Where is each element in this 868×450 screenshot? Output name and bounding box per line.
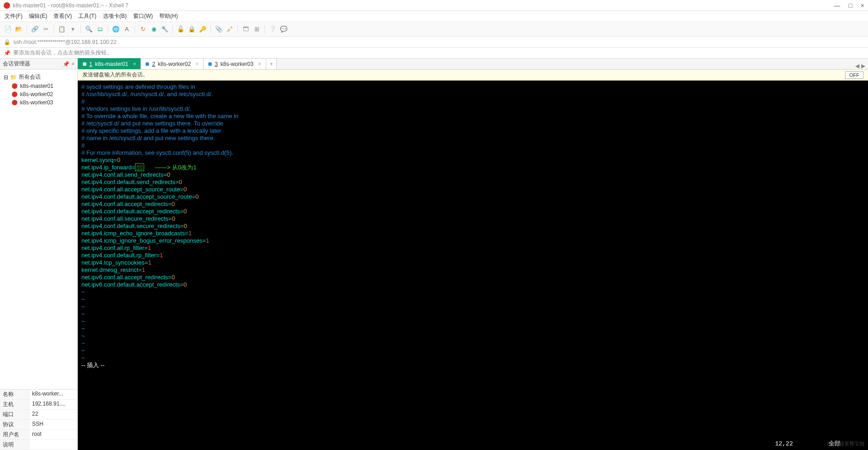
term-val: 0 [172, 201, 175, 207]
term-val: 0 [179, 179, 182, 185]
sidebar-pin-icon[interactable]: 📌 [63, 61, 70, 67]
menu-tab[interactable]: 选项卡(B) [103, 12, 127, 20]
prop-desc-val [29, 440, 77, 450]
maximize-button[interactable]: □ [848, 2, 852, 9]
lock-open-icon[interactable]: 🔓 [177, 25, 185, 33]
prop-host-val: 192.168.91.... [29, 400, 77, 409]
hint-text: 要添加当前会话，点击左侧的箭头按钮。 [13, 49, 112, 57]
term-line: # sysctl settings are defined through fi… [81, 83, 195, 90]
compose-icon[interactable]: 🗔 [242, 25, 250, 33]
tab-number: 3 [215, 61, 218, 67]
term-key: net.ipv4.conf.all.secure_redirects [81, 215, 168, 222]
help-icon[interactable]: ❔ [269, 25, 277, 33]
script-icon[interactable]: ◉ [150, 25, 158, 33]
refresh-icon[interactable]: ↻ [139, 25, 147, 33]
term-val: 0 [195, 193, 199, 200]
tab-indicator-icon [83, 62, 86, 66]
tab-nav: ◀ ▶ [852, 63, 868, 69]
term-val: 0 [184, 222, 187, 229]
menu-window[interactable]: 窗口(W) [133, 12, 153, 20]
properties-icon[interactable]: 🗂 [96, 25, 104, 33]
menu-help[interactable]: 帮助(H) [159, 12, 178, 20]
tab-master01[interactable]: 1 k8s-master01 × [78, 58, 141, 69]
prop-user-val: root [29, 430, 77, 439]
broadcast-off-button[interactable]: OFF [845, 71, 863, 79]
tree-root[interactable]: ⊟ 📁 所有会话 [2, 72, 75, 82]
search-icon[interactable]: 🔍 [85, 25, 93, 33]
prop-proto-key: 协议 [0, 420, 29, 429]
term-key: net.ipv4.conf.default.accept_redirects [81, 208, 180, 215]
tab-number: 1 [89, 61, 92, 67]
sidebar-close-icon[interactable]: × [71, 61, 75, 67]
key-icon[interactable]: 🔑 [199, 25, 207, 33]
menu-view[interactable]: 查看(V) [54, 12, 72, 20]
open-icon[interactable]: 📂 [15, 25, 23, 33]
term-tilde: ~ [81, 332, 85, 339]
term-key: net.ipv6.conf.default.accept_redirects [81, 281, 180, 288]
session-item-master01[interactable]: k8s-master01 [2, 82, 75, 90]
layout-icon[interactable]: ⊞ [253, 25, 261, 33]
tab-label: k8s-worker03 [221, 61, 253, 67]
term-line: # only specific settings, add a file wit… [81, 127, 221, 134]
menu-edit[interactable]: 编辑(E) [29, 12, 47, 20]
term-tilde: ~ [81, 325, 85, 332]
prop-name-val: k8s-worker... [29, 390, 77, 399]
lock-icon-small: 🔒 [4, 39, 11, 45]
chat-icon[interactable]: 💬 [280, 25, 288, 33]
menu-tools[interactable]: 工具(T) [78, 12, 96, 20]
term-key: net.ipv4.conf.all.rp_filter [81, 244, 144, 251]
paste-icon[interactable]: ▾ [69, 25, 77, 33]
term-key: net.ipv4.conf.default.send_redirects [81, 179, 175, 185]
term-key: net.ipv4.conf.default.accept_source_rout… [81, 193, 192, 200]
session-tabs: 1 k8s-master01 × 2 k8s-worker02 × 3 k8s-… [78, 59, 868, 70]
minimize-button[interactable]: — [834, 2, 840, 9]
term-val: 0 [167, 171, 170, 178]
term-tilde: ~ [81, 303, 85, 310]
term-key: net.ipv4.ip_forward [81, 164, 132, 171]
term-val: 0 [117, 157, 120, 163]
session-item-worker02[interactable]: k8s-worker02 [2, 90, 75, 98]
term-val: 0 [172, 274, 175, 281]
term-tilde: ~ [81, 310, 85, 317]
term-line: # /usr/lib/sysctl.d/, /run/sysctl.d/, an… [81, 91, 213, 98]
collapse-icon[interactable]: ⊟ [4, 74, 8, 81]
term-tilde: ~ [81, 318, 85, 325]
session-icon [12, 100, 17, 105]
tab-next-icon[interactable]: ▶ [861, 63, 865, 69]
disconnect-icon[interactable]: ✂ [42, 25, 50, 33]
new-session-icon[interactable]: 📄 [4, 25, 12, 33]
close-button[interactable]: × [861, 2, 864, 9]
term-key: net.ipv4.conf.all.accept_redirects [81, 201, 168, 207]
tab-close-icon[interactable]: × [258, 61, 261, 67]
font-icon[interactable]: A [123, 25, 131, 33]
tab-number: 2 [152, 61, 155, 67]
tab-worker03[interactable]: 3 k8s-worker03 × [203, 58, 266, 69]
term-key: kernel.dmesg_restrict [81, 266, 138, 273]
tools-icon[interactable]: 🔧 [161, 25, 169, 33]
copy-icon[interactable]: 📋 [58, 25, 66, 33]
session-item-worker03[interactable]: k8s-worker03 [2, 98, 75, 107]
tab-close-icon[interactable]: × [133, 61, 136, 67]
content-area: 1 k8s-master01 × 2 k8s-worker02 × 3 k8s-… [78, 59, 868, 450]
clipboard-icon[interactable]: 📎 [215, 25, 223, 33]
tab-add-button[interactable]: + [266, 58, 277, 69]
sidebar: 会话管理器 📌 × ⊟ 📁 所有会话 k8s-master01 k8s-work… [0, 59, 78, 450]
term-val: 1 [189, 230, 192, 237]
menu-file[interactable]: 文件(F) [5, 12, 22, 20]
term-tilde: ~ [81, 354, 85, 361]
term-line: # [81, 98, 85, 105]
globe-icon[interactable]: 🌐 [112, 25, 120, 33]
tab-prev-icon[interactable]: ◀ [855, 63, 859, 69]
tab-worker02[interactable]: 2 k8s-worker02 × [140, 58, 204, 69]
terminal[interactable]: # sysctl settings are defined through fi… [78, 81, 868, 450]
lock-icon[interactable]: 🔒 [188, 25, 196, 33]
term-key: net.ipv4.conf.all.send_redirects [81, 171, 163, 178]
tab-close-icon[interactable]: × [195, 61, 199, 67]
highlight-icon[interactable]: 🖍 [226, 25, 234, 33]
link-icon[interactable]: 🔗 [31, 25, 39, 33]
address-text[interactable]: ssh://root:*************@192.168.91.100:… [13, 39, 117, 45]
term-val: 0 [172, 215, 175, 222]
term-key: net.ipv4.conf.default.secure_redirects [81, 222, 180, 229]
toolbar: 📄 📂 🔗 ✂ 📋 ▾ 🔍 🗂 🌐 A ↻ ◉ 🔧 🔓 🔒 🔑 📎 🖍 🗔 ⊞ … [0, 22, 868, 37]
term-key: net.ipv6.conf.all.accept_redirects [81, 274, 168, 281]
